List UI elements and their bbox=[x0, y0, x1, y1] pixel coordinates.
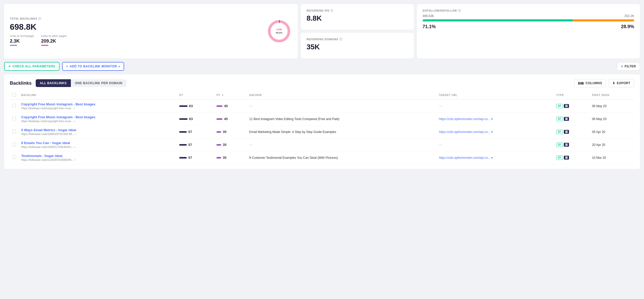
table-actions: ▮▮▮ COLUMNS ⬇ EXPORT bbox=[574, 79, 634, 87]
columns-button[interactable]: ▮▮▮ COLUMNS bbox=[574, 79, 606, 87]
chevron-down-icon: ▾ bbox=[74, 159, 76, 161]
donut-pct1: 1.1% bbox=[276, 28, 282, 31]
referring-domains-value: 35K bbox=[306, 43, 408, 51]
add-monitor-button[interactable]: + ADD TO BACKLINK MONITOR ▾ bbox=[62, 62, 124, 71]
filter-button[interactable]: ≡ FILTER bbox=[617, 62, 640, 70]
first-seen-date: 10 Mar 20 bbox=[592, 156, 606, 160]
type-cell: DF 🖼 bbox=[554, 113, 589, 125]
links-other-value: 209.2K bbox=[41, 38, 67, 44]
backlink-title[interactable]: 5 Ways Email Metrics - hogar ideal bbox=[21, 128, 174, 132]
backlink-cell: Testimonials - hogar ideal https://follo… bbox=[19, 151, 177, 164]
dt-value: 63 bbox=[189, 117, 193, 121]
dt-bar bbox=[179, 157, 187, 159]
tab-all-backlinks[interactable]: ALL BACKLINKS bbox=[36, 79, 71, 87]
badge-df: DF bbox=[556, 155, 563, 160]
backlink-title[interactable]: Copyright Free Music Instagram - Best Im… bbox=[21, 115, 174, 119]
referring-domains-info-icon: ⓘ bbox=[339, 37, 342, 41]
first-seen-date: 06 May 20 bbox=[592, 117, 606, 121]
plus-icon: + bbox=[66, 65, 68, 68]
chevron-down-icon: ▾ bbox=[74, 146, 76, 148]
dofollow-label: DOFOLLOW/NOFOLLOW ⓘ bbox=[423, 9, 634, 13]
target-url[interactable]: https://cdn.optinmonster.com/wp-co... ▾ bbox=[439, 130, 551, 134]
target-url[interactable]: https://cdn.optinmonster.com/wp-co... ▾ bbox=[439, 117, 551, 121]
backlink-url: https://followwe.club/106051793549441...… bbox=[21, 145, 174, 148]
pt-bar bbox=[216, 118, 222, 120]
pt-cell: 35 bbox=[214, 138, 246, 151]
dt-score: 57 bbox=[179, 130, 211, 134]
download-icon: ⬇ bbox=[612, 81, 615, 85]
anchor-dots: ··· bbox=[249, 104, 253, 108]
table-row: Copyright Free Music Instagram - Best Im… bbox=[10, 113, 634, 125]
dt-bar bbox=[179, 131, 187, 133]
export-button[interactable]: ⬇ EXPORT bbox=[609, 79, 634, 87]
backlink-title[interactable]: Testimonials - hogar ideal bbox=[21, 154, 174, 158]
target-url[interactable]: https://cdn.optinmonster.com/wp-co... ▾ bbox=[439, 156, 551, 160]
badge-df: DF bbox=[556, 143, 563, 147]
table-row: Testimonials - hogar ideal https://follo… bbox=[10, 151, 634, 164]
row-checkbox-cell bbox=[10, 125, 19, 138]
df-values-row: 496.63K 202.2K bbox=[423, 14, 634, 18]
referring-domains-label: REFERRING DOMAINS ⓘ bbox=[306, 37, 408, 41]
header-anchor: ANCHOR bbox=[247, 91, 437, 99]
anchor-dots: ··· bbox=[249, 143, 253, 147]
dt-cell: 57 bbox=[177, 125, 214, 138]
backlink-cell: Copyright Free Music Instagram - Best Im… bbox=[19, 113, 177, 125]
pt-bar bbox=[216, 131, 221, 133]
check-params-button[interactable]: ✔ CHECK ALL PARAMETERS bbox=[4, 62, 59, 71]
type-badges: DF 🖼 bbox=[556, 143, 587, 147]
df-green-bar bbox=[423, 19, 573, 21]
backlink-title[interactable]: 8 Emails You Can - hogar ideal bbox=[21, 141, 174, 145]
toolbar-left: ✔ CHECK ALL PARAMETERS + ADD TO BACKLINK… bbox=[4, 62, 124, 71]
type-badges: DF 🖼 bbox=[556, 104, 587, 108]
pt-score: 45 bbox=[216, 117, 244, 121]
header-first-seen: FIRST SEEN bbox=[589, 91, 634, 99]
target-url-cell: ··· bbox=[436, 99, 554, 113]
backlink-title[interactable]: Copyright Free Music Instagram - Best Im… bbox=[21, 102, 174, 106]
referring-domains-card: REFERRING DOMAINS ⓘ 35K bbox=[301, 33, 414, 58]
row-checkbox-cell bbox=[10, 113, 19, 125]
chevron-down-icon: ▾ bbox=[74, 120, 75, 123]
table-title: Backlinks bbox=[10, 81, 32, 86]
header-checkbox-cell bbox=[10, 91, 19, 99]
table-row: 8 Emails You Can - hogar ideal https://f… bbox=[10, 138, 634, 151]
tab-one-per-domain[interactable]: ONE BACKLINK PER DOMAIN bbox=[71, 79, 127, 87]
backlink-cell: 8 Emails You Can - hogar ideal https://f… bbox=[19, 138, 177, 151]
backlink-url: https://followwe.club/1085529791928 68..… bbox=[21, 132, 174, 136]
dt-bar bbox=[179, 105, 188, 107]
dt-value: 63 bbox=[189, 104, 193, 108]
dt-score: 57 bbox=[179, 143, 211, 147]
donut-chart: 1.1% 98.9% bbox=[266, 18, 292, 44]
pt-cell: 45 bbox=[214, 113, 246, 125]
dt-score: 57 bbox=[179, 156, 211, 160]
pt-value: 45 bbox=[224, 117, 228, 121]
header-pt[interactable]: PT ▾ bbox=[214, 91, 246, 99]
links-homepage: Links to homepage 2.3K bbox=[10, 34, 34, 46]
pt-value: 45 bbox=[224, 104, 228, 108]
dt-cell: 57 bbox=[177, 138, 214, 151]
dofollow-card: DOFOLLOW/NOFOLLOW ⓘ 496.63K 202.2K 71.1%… bbox=[417, 4, 640, 58]
pt-bar bbox=[216, 105, 222, 107]
first-seen-cell: 06 May 20 bbox=[589, 113, 634, 125]
chevron-down-icon: ▾ bbox=[74, 107, 75, 110]
row-checkbox[interactable] bbox=[12, 117, 16, 120]
dt-cell: 57 bbox=[177, 151, 214, 164]
dt-score: 63 bbox=[179, 117, 211, 121]
columns-icon: ▮▮▮ bbox=[578, 81, 584, 85]
row-checkbox[interactable] bbox=[12, 104, 16, 107]
header-checkbox[interactable] bbox=[12, 93, 16, 97]
total-backlinks-value: 698.8K bbox=[10, 22, 67, 32]
anchor-cell: ··· bbox=[247, 99, 437, 113]
sub-stats: Links to homepage 2.3K Links to other pa… bbox=[10, 34, 67, 46]
row-checkbox[interactable] bbox=[12, 155, 16, 159]
pt-cell: 35 bbox=[214, 125, 246, 138]
anchor-text: 11 Best Instagram Video Editing Tools Co… bbox=[249, 117, 339, 121]
dt-cell: 63 bbox=[177, 113, 214, 125]
type-badges: DF 🖼 bbox=[556, 130, 587, 134]
row-checkbox[interactable] bbox=[12, 130, 16, 133]
pt-bar bbox=[216, 157, 221, 159]
first-seen-cell: 06 May 20 bbox=[589, 99, 634, 113]
pt-value: 35 bbox=[223, 130, 226, 134]
pt-score: 35 bbox=[216, 143, 244, 147]
row-checkbox[interactable] bbox=[12, 143, 16, 146]
badge-img: 🖼 bbox=[564, 130, 569, 134]
